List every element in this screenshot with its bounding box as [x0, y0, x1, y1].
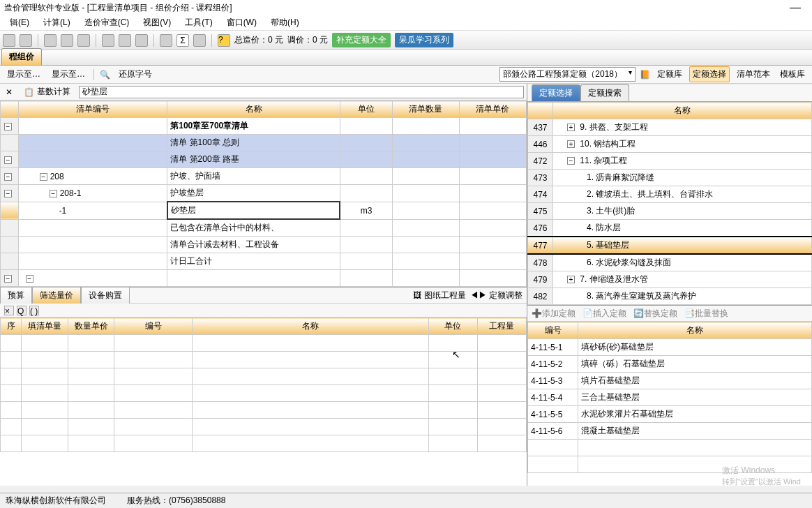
expand-icon[interactable]: + — [567, 140, 575, 148]
table-row[interactable]: 4786. 水泥砂浆勾缝及抹面 — [528, 254, 812, 271]
table-row[interactable]: 4-11-5-1填砂砾(砂)基础垫层 — [528, 339, 812, 356]
sb-close-icon[interactable]: × — [4, 306, 14, 315]
menu-window[interactable]: 窗口(W) — [220, 15, 264, 30]
tool-icon[interactable] — [160, 34, 172, 47]
table-row[interactable]: 479+ 7. 伸缩缝及泄水管 — [528, 271, 812, 288]
table-row[interactable] — [1, 419, 527, 435]
tool-icon[interactable] — [20, 34, 32, 47]
minimize-button[interactable]: — — [783, 1, 808, 14]
close-pane-icon[interactable]: ✕ — [0, 86, 18, 98]
expand-icon[interactable]: − — [4, 173, 12, 181]
table-row[interactable]: 清单合计减去材料、工程设备 — [1, 237, 527, 253]
table-row[interactable]: −−208-1护坡垫层 — [1, 185, 527, 202]
link-template-lib[interactable]: 模板库 — [777, 67, 808, 82]
tool-icon[interactable] — [3, 34, 15, 47]
menu-calc[interactable]: 计算(L) — [36, 15, 77, 30]
table-row[interactable]: 4-11-5-4三合土基础垫层 — [528, 389, 812, 406]
table-row[interactable]: 4775. 基础垫层 — [528, 237, 812, 254]
sb-paren-icon[interactable]: ( ) — [29, 306, 39, 315]
btab-equipment[interactable]: 设备购置 — [81, 287, 130, 304]
tool-icon[interactable] — [44, 34, 57, 47]
book-icon[interactable]: 📙 — [640, 70, 650, 80]
table-row[interactable]: 4731. 沥青麻絮沉降缝 — [528, 170, 812, 186]
bill-list-table[interactable]: 清单编号名称单位清单数量清单单价−第100章至700章清单清单 第100章 总则… — [0, 100, 527, 287]
help-icon[interactable]: ? — [218, 34, 230, 47]
table-row[interactable]: 4753. 土牛(拱)胎 — [528, 203, 812, 220]
drawing-qty-button[interactable]: 🖼 图纸工程量 — [413, 290, 465, 301]
table-row[interactable]: 4-11-5-5水泥砂浆灌片石基础垫层 — [528, 406, 812, 423]
table-row[interactable] — [1, 385, 527, 402]
batch-replace-button[interactable]: 📑批量替换 — [684, 308, 728, 320]
table-row[interactable]: 4764. 防水层 — [528, 220, 812, 237]
table-row[interactable]: −清单 第200章 路基 — [1, 151, 527, 168]
expand-icon[interactable]: − — [4, 156, 12, 164]
insert-quota-button[interactable]: 📄插入定额 — [582, 308, 626, 320]
table-row[interactable]: 4-11-5-6混凝土基础垫层 — [528, 423, 812, 440]
menu-review[interactable]: 造价审查(C) — [77, 15, 137, 30]
quota-adjust-button[interactable]: ◀▶ 定额调整 — [470, 290, 522, 301]
expand-icon[interactable]: − — [26, 275, 33, 283]
table-row[interactable] — [1, 368, 527, 385]
expand-icon[interactable]: − — [4, 275, 12, 283]
rtab-quota-select[interactable]: 定额选择 — [532, 84, 580, 101]
replace-quota-button[interactable]: 🔄替换定额 — [633, 308, 677, 320]
sb-search-icon[interactable]: Q — [17, 306, 27, 315]
base-calc-button[interactable]: 📋 基数计算 — [18, 84, 76, 99]
table-row[interactable]: 437+ 9. 拱盔、支架工程 — [528, 119, 812, 136]
menu-edit[interactable]: 辑(E) — [3, 15, 36, 30]
show-to-2[interactable]: 显示至… — [49, 67, 88, 82]
tab-pricing[interactable]: 程组价 — [1, 48, 42, 65]
menu-help[interactable]: 帮助(H) — [264, 15, 306, 30]
quota-detail-table[interactable]: 编号名称4-11-5-1填砂砾(砂)基础垫层4-11-5-2填碎（砾）石基础垫层… — [527, 322, 812, 473]
expand-icon[interactable]: − — [4, 123, 12, 130]
expand-icon[interactable]: + — [567, 124, 575, 131]
tool-icon[interactable] — [119, 34, 131, 47]
zoom-icon[interactable]: 🔍 — [100, 70, 110, 80]
btab-filter[interactable]: 筛选量价 — [32, 287, 81, 304]
table-row[interactable]: −− — [1, 270, 527, 287]
table-row[interactable]: -1砂垫层m3 — [1, 202, 527, 219]
menu-tools[interactable]: 工具(T) — [178, 15, 219, 30]
expand-icon[interactable]: − — [4, 190, 12, 197]
badge-quota[interactable]: 补充定额大全 — [332, 33, 391, 47]
detail-table[interactable]: 序填清单量数量单价编号名称单位工程量 — [0, 318, 527, 452]
link-quota-select[interactable]: 定额选择 — [689, 66, 730, 82]
table-row[interactable]: 已包含在清单合计中的材料、 — [1, 219, 527, 237]
table-row[interactable]: 清单 第100章 总则 — [1, 135, 527, 151]
expand-icon[interactable]: − — [40, 173, 47, 181]
expand-icon[interactable]: + — [567, 276, 575, 283]
table-row[interactable] — [1, 335, 527, 352]
table-row[interactable]: 446+ 10. 钢结构工程 — [528, 136, 812, 153]
expand-icon[interactable]: − — [50, 190, 57, 197]
tool-icon[interactable] — [135, 34, 148, 47]
show-to-1[interactable]: 显示至… — [4, 67, 43, 82]
tool-icon[interactable] — [61, 34, 73, 47]
table-row[interactable]: 472− 11. 杂项工程 — [528, 153, 812, 170]
restore-font[interactable]: 还原字号 — [116, 67, 155, 82]
item-name-input[interactable] — [79, 86, 524, 98]
link-list-template[interactable]: 清单范本 — [734, 67, 773, 82]
tool-icon[interactable] — [77, 34, 90, 47]
menu-view[interactable]: 视图(V) — [136, 15, 178, 30]
sigma-icon[interactable]: Σ — [176, 34, 189, 47]
table-row[interactable] — [528, 456, 812, 473]
add-quota-button[interactable]: ➕添加定额 — [532, 308, 576, 320]
table-row[interactable]: 4742. 锥坡填土、拱上填料、台背排水 — [528, 186, 812, 203]
rtab-quota-search[interactable]: 定额搜索 — [580, 84, 629, 101]
badge-learn[interactable]: 呆瓜学习系列 — [395, 33, 453, 47]
quota-book-dropdown[interactable]: 部颁公路工程预算定额（2018） — [499, 67, 636, 82]
btab-budget[interactable]: 预算 — [0, 287, 32, 304]
table-row[interactable]: −第100章至700章清单 — [1, 118, 527, 135]
link-quota-lib[interactable]: 定额库 — [654, 67, 685, 82]
table-row[interactable] — [1, 435, 527, 452]
table-row[interactable]: 4-11-5-2填碎（砾）石基础垫层 — [528, 356, 812, 373]
table-row[interactable]: 4-11-5-3填片石基础垫层 — [528, 373, 812, 389]
tool-icon[interactable] — [193, 34, 206, 47]
tool-icon[interactable] — [102, 34, 114, 47]
table-row[interactable] — [1, 352, 527, 368]
expand-icon[interactable]: − — [567, 157, 575, 165]
table-row[interactable]: 计日工合计 — [1, 253, 527, 270]
table-row[interactable] — [1, 402, 527, 419]
table-row[interactable]: −−208护坡、护面墙 — [1, 168, 527, 185]
quota-tree-table[interactable]: 名称437+ 9. 拱盔、支架工程446+ 10. 钢结构工程472− 11. … — [527, 102, 812, 305]
